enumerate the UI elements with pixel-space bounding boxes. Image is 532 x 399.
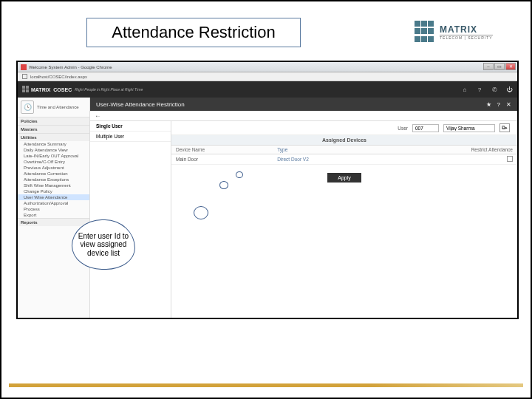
- footer-decoration: [9, 383, 523, 387]
- col-device-type[interactable]: Type: [273, 146, 381, 154]
- header-product: COSEC: [53, 87, 72, 92]
- minimize-button[interactable]: –: [483, 63, 494, 70]
- sidebar-item[interactable]: Daily Attendance View: [18, 147, 89, 153]
- assigned-devices-header: Assigned Devices: [171, 135, 517, 146]
- sidebar-item[interactable]: Attendance Correction: [18, 171, 89, 177]
- sidebar-item-active[interactable]: User Wise Attendance: [18, 194, 89, 200]
- callout-bubble: [219, 181, 228, 189]
- address-bar[interactable]: localhost/COSEC/index.aspx: [18, 72, 517, 81]
- logo-subtitle: TELECOM | SECURITY: [440, 35, 493, 40]
- sidebar-item[interactable]: Attendance Summary: [18, 141, 89, 147]
- panel-titlebar: User-Wise Attendance Restriction ★ ? ✕: [90, 98, 517, 111]
- detail-pane: User ⧉▸ Assigned Devices Device Name Typ…: [171, 121, 517, 318]
- callout: Enter user Id to view assigned device li…: [72, 219, 146, 275]
- star-icon[interactable]: ★: [486, 101, 491, 108]
- chrome-icon: [21, 64, 27, 70]
- module-label: Time and Attendance: [37, 105, 78, 110]
- page-icon: [22, 74, 27, 79]
- mode-single-user[interactable]: Single User: [90, 121, 171, 132]
- panel-title-text: User-Wise Attendance Restriction: [96, 101, 185, 108]
- sidebar-item[interactable]: Late-IN/Early OUT Approval: [18, 153, 89, 159]
- user-name-input[interactable]: [443, 124, 495, 132]
- table-row[interactable]: Main Door Direct Door V2: [171, 154, 517, 165]
- power-icon[interactable]: ⏻: [505, 86, 513, 93]
- cell-device-type: Direct Door V2: [273, 154, 381, 165]
- app-header: MATRIX COSEC Right People in Right Place…: [18, 81, 517, 98]
- sidebar-item[interactable]: Attendance Exceptions: [18, 177, 89, 183]
- help-icon[interactable]: ?: [476, 86, 483, 93]
- sidebar-item[interactable]: Previous Adjustment: [18, 165, 89, 171]
- sidebar-group-masters[interactable]: Masters: [18, 125, 89, 133]
- slide-frame: Attendance Restriction MATRIX TELECOM | …: [0, 0, 532, 399]
- phone-icon[interactable]: ✆: [491, 86, 498, 93]
- sidebar-item[interactable]: Change Policy: [18, 188, 89, 194]
- logo-brand: MATRIX: [440, 24, 493, 35]
- sidebar-group-policies[interactable]: Policies: [18, 117, 89, 125]
- main-panel: User-Wise Attendance Restriction ★ ? ✕ ←…: [90, 98, 517, 318]
- sidebar-item[interactable]: Overtime/C-Off Entry: [18, 159, 89, 165]
- panel-toolbar: ←: [90, 111, 517, 121]
- sidebar: 🕓 Time and Attendance Policies Masters U…: [18, 98, 90, 318]
- mode-multiple-user[interactable]: Multiple User: [90, 132, 171, 142]
- sidebar-item[interactable]: Shift Wise Management: [18, 183, 89, 188]
- user-picker-button[interactable]: ⧉▸: [499, 123, 510, 132]
- cell-device-name: Main Door: [171, 154, 273, 165]
- callout-bubble: [194, 206, 208, 219]
- col-restrict[interactable]: Restrict Attendance: [381, 146, 517, 154]
- matrix-logo: MATRIX TELECOM | SECURITY: [415, 18, 514, 46]
- restrict-checkbox[interactable]: [507, 156, 513, 162]
- app-screenshot: Welcome System Admin - Google Chrome – ▭…: [16, 61, 519, 319]
- sidebar-item[interactable]: Process: [18, 206, 89, 212]
- table-header-row: Device Name Type Restrict Attendance: [171, 146, 517, 154]
- close-button[interactable]: ✕: [505, 63, 516, 70]
- module-header[interactable]: 🕓 Time and Attendance: [18, 98, 89, 117]
- sidebar-item[interactable]: Authorization/Approval: [18, 200, 89, 206]
- callout-bubble: [236, 171, 243, 178]
- user-id-input[interactable]: [412, 124, 439, 132]
- window-title: Welcome System Admin - Google Chrome: [29, 65, 112, 69]
- logo-grid-icon: [415, 21, 437, 43]
- window-controls: – ▭ ✕: [483, 63, 516, 70]
- close-panel-icon[interactable]: ✕: [506, 101, 511, 108]
- sidebar-item[interactable]: Export: [18, 212, 89, 218]
- sidebar-group-utilities[interactable]: Utilities: [18, 133, 89, 141]
- devices-table: Device Name Type Restrict Attendance Mai…: [171, 146, 517, 165]
- apply-button[interactable]: Apply: [327, 173, 361, 183]
- cell-restrict: [381, 154, 517, 165]
- user-label: User: [398, 126, 408, 131]
- maximize-button[interactable]: ▭: [494, 63, 505, 70]
- callout-cloud: Enter user Id to view assigned device li…: [72, 219, 135, 270]
- header-tagline: Right People in Right Place at Right Tim…: [75, 87, 143, 92]
- slide-title: Attendance Restriction: [86, 18, 301, 47]
- browser-titlebar: Welcome System Admin - Google Chrome – ▭…: [18, 62, 517, 72]
- callout-text: Enter user Id to view assigned device li…: [77, 232, 130, 258]
- calendar-clock-icon: 🕓: [21, 100, 34, 114]
- help-panel-icon[interactable]: ?: [497, 101, 500, 108]
- url-text: localhost/COSEC/index.aspx: [30, 75, 87, 79]
- header-logo: MATRIX: [22, 86, 50, 93]
- col-device-name[interactable]: Device Name: [171, 146, 273, 154]
- back-arrow-icon[interactable]: ←: [95, 112, 101, 120]
- home-icon[interactable]: ⌂: [461, 86, 468, 93]
- user-selector-row: User ⧉▸: [171, 121, 517, 135]
- header-brand: MATRIX: [31, 87, 50, 92]
